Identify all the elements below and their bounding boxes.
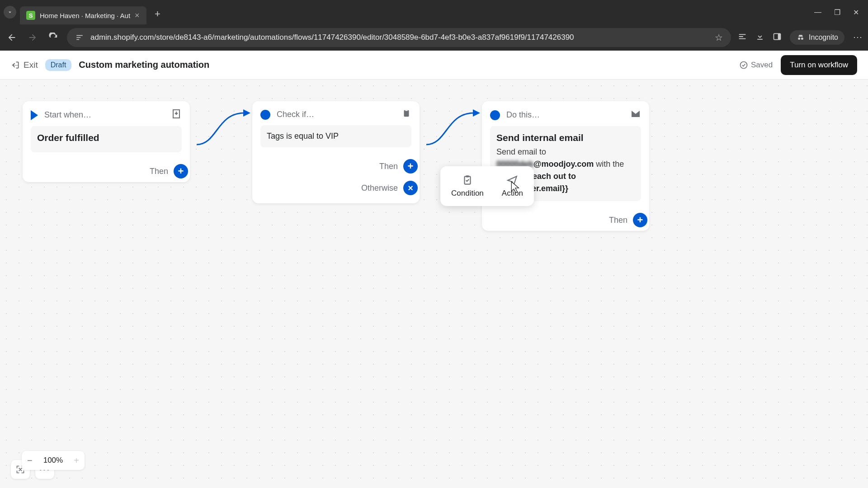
back-button[interactable]	[5, 30, 19, 45]
node-dot-icon	[260, 110, 270, 120]
trigger-title: Order fulfilled	[37, 132, 175, 143]
add-step-button[interactable]: +	[633, 213, 647, 227]
close-tab-icon[interactable]: ×	[135, 11, 140, 20]
clipboard-icon	[401, 108, 411, 121]
import-icon	[171, 108, 182, 122]
side-panel-icon[interactable]	[773, 32, 782, 43]
add-then-step-button[interactable]: +	[403, 159, 418, 174]
forward-button[interactable]	[25, 30, 40, 45]
browser-url-bar: admin.shopify.com/store/de8143-a6/market…	[0, 24, 868, 51]
connector-trigger-condition	[194, 104, 258, 151]
incognito-badge[interactable]: Incognito	[790, 30, 844, 45]
extensions-icon[interactable]	[737, 32, 747, 43]
svg-point-2	[798, 38, 800, 40]
svg-marker-5	[243, 109, 250, 117]
window-controls: — ❐ ✕	[814, 8, 864, 17]
connector-condition-action	[424, 104, 487, 151]
saved-indicator: Saved	[739, 61, 773, 70]
add-step-button[interactable]: +	[174, 164, 188, 178]
node-dot-icon	[490, 110, 500, 120]
action-label: Do this…	[506, 110, 540, 120]
bookmark-star-icon[interactable]: ☆	[715, 32, 723, 43]
saved-label: Saved	[751, 61, 773, 70]
workflow-canvas[interactable]: Start when… Order fulfilled Then + Check…	[0, 80, 868, 488]
svg-rect-8	[405, 109, 408, 111]
then-label: Then	[379, 162, 398, 171]
maximize-button[interactable]: ❐	[834, 8, 840, 17]
condition-option-label: Condition	[451, 189, 484, 198]
exit-button[interactable]: Exit	[11, 60, 38, 70]
exit-label: Exit	[24, 60, 38, 70]
svg-rect-10	[466, 175, 469, 177]
browser-menu-icon[interactable]: ⋮	[853, 33, 863, 42]
svg-point-3	[801, 38, 803, 40]
shopify-favicon: S	[26, 11, 35, 20]
svg-rect-7	[404, 110, 409, 117]
add-otherwise-step-button[interactable]: ×	[403, 181, 418, 195]
action-title: Send internal email	[496, 132, 635, 143]
condition-rule: Tags is equal to VIP	[260, 125, 411, 147]
then-label: Then	[609, 216, 627, 225]
add-step-popup: Condition Action	[440, 166, 534, 206]
close-window-button[interactable]: ✕	[853, 8, 859, 17]
svg-point-4	[740, 61, 747, 68]
popup-action-option[interactable]: Action	[493, 171, 532, 202]
tab-title: Home Haven · Marketing · Aut	[40, 12, 130, 19]
condition-label: Check if…	[277, 110, 314, 119]
zoom-percent: 100%	[38, 451, 68, 470]
play-icon	[31, 110, 38, 120]
app-header: Exit Draft Custom marketing automation S…	[0, 51, 868, 80]
incognito-label: Incognito	[809, 33, 838, 42]
action-option-label: Action	[502, 189, 523, 198]
zoom-in-button[interactable]: +	[68, 451, 85, 470]
condition-node[interactable]: Check if… Tags is equal to VIP Then + Ot…	[252, 101, 420, 203]
svg-marker-6	[473, 109, 480, 117]
then-label: Then	[150, 167, 168, 176]
address-bar[interactable]: admin.shopify.com/store/de8143-a6/market…	[67, 28, 731, 47]
zoom-control: − 100% +	[22, 451, 85, 470]
otherwise-label: Otherwise	[361, 183, 398, 193]
reload-button[interactable]	[46, 30, 61, 45]
trigger-node[interactable]: Start when… Order fulfilled Then +	[23, 101, 190, 182]
new-tab-button[interactable]: +	[155, 8, 160, 20]
tab-search-button[interactable]	[4, 6, 16, 19]
popup-condition-option[interactable]: Condition	[442, 171, 493, 202]
draft-badge: Draft	[45, 59, 72, 71]
url-text: admin.shopify.com/store/de8143-a6/market…	[90, 33, 708, 42]
browser-tab[interactable]: S Home Haven · Marketing · Aut ×	[20, 6, 146, 24]
minimize-button[interactable]: —	[814, 8, 821, 17]
browser-tab-bar: S Home Haven · Marketing · Aut × + — ❐ ✕	[0, 0, 868, 24]
turn-on-workflow-button[interactable]: Turn on workflow	[781, 55, 857, 75]
email-icon	[630, 108, 641, 122]
site-settings-icon[interactable]	[75, 33, 84, 42]
downloads-icon[interactable]	[755, 32, 764, 43]
trigger-label: Start when…	[44, 110, 91, 120]
svg-rect-1	[778, 33, 781, 39]
app-viewport: Exit Draft Custom marketing automation S…	[0, 51, 868, 488]
workflow-title: Custom marketing automation	[79, 60, 209, 70]
zoom-out-button[interactable]: −	[22, 451, 38, 470]
